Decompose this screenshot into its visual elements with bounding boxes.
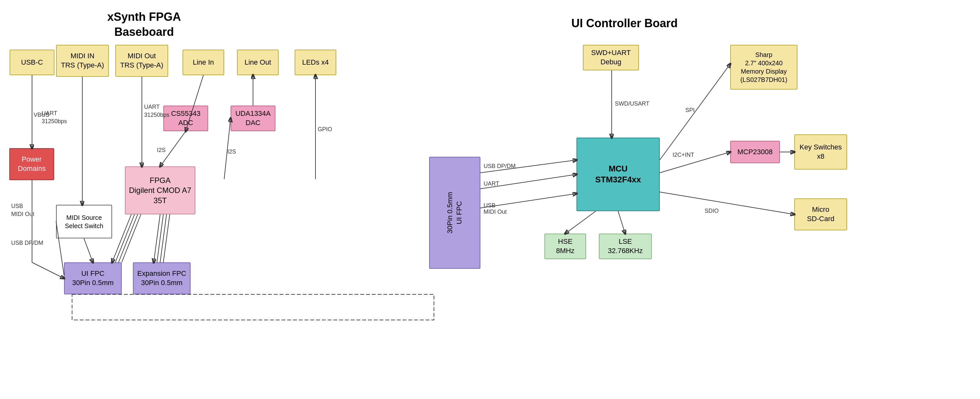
svg-text:SDIO: SDIO — [705, 207, 719, 214]
svg-line-27 — [154, 214, 160, 262]
block-midi-switch: MIDI SourceSelect Switch — [56, 205, 112, 238]
svg-line-28 — [157, 214, 163, 262]
svg-line-41 — [565, 211, 596, 234]
svg-text:USB DP/DM: USB DP/DM — [484, 163, 515, 169]
svg-line-34 — [660, 64, 730, 160]
svg-text:MIDI Out: MIDI Out — [11, 211, 34, 217]
svg-text:SWD/USART: SWD/USART — [615, 100, 649, 107]
block-uda1334a: UDA1334ADAC — [231, 106, 275, 131]
svg-line-26 — [122, 214, 141, 262]
svg-line-12 — [224, 119, 231, 179]
block-sharp-display: Sharp2.7" 400x240Memory Display(LS027B7D… — [730, 45, 797, 90]
right-title: UI Controller Board — [544, 16, 705, 31]
left-title: xSynth FPGABaseboard — [64, 10, 224, 40]
svg-text:USB: USB — [484, 202, 495, 209]
svg-text:VBUS: VBUS — [33, 112, 49, 118]
block-mcp23008: MCP23008 — [730, 141, 780, 163]
svg-line-36 — [660, 152, 730, 173]
block-key-switches: Key Switchesx8 — [794, 135, 847, 169]
block-fpga: FPGADigilent CMOD A735T — [125, 166, 196, 214]
svg-line-16 — [84, 238, 93, 262]
svg-line-42 — [618, 211, 625, 234]
svg-line-24 — [115, 214, 135, 262]
block-power-domains: PowerDomains — [9, 148, 54, 180]
svg-rect-31 — [72, 294, 434, 320]
svg-text:USB DP/DM: USB DP/DM — [11, 240, 43, 246]
svg-line-9 — [160, 131, 186, 166]
svg-text:UART: UART — [144, 104, 160, 110]
svg-text:UART: UART — [484, 180, 499, 187]
svg-text:I2S: I2S — [157, 147, 165, 153]
svg-line-47 — [480, 193, 576, 208]
block-midi-in: MIDI INTRS (Type-A) — [56, 45, 109, 77]
block-micro-sd: MicroSD-Card — [794, 198, 847, 230]
svg-line-30 — [163, 214, 170, 262]
svg-text:SPI: SPI — [686, 107, 695, 113]
svg-line-19 — [32, 262, 64, 279]
block-leds: LEDs x4 — [294, 50, 336, 75]
block-mcu: MCUSTM32F4xx — [576, 138, 660, 211]
svg-text:USB: USB — [11, 203, 23, 209]
svg-line-43 — [480, 160, 576, 173]
block-line-out: Line Out — [237, 50, 278, 75]
svg-text:31250bps: 31250bps — [41, 118, 67, 125]
block-usb-c: USB-C — [10, 50, 54, 75]
svg-text:I2S: I2S — [228, 149, 236, 155]
block-midi-out: MIDI OutTRS (Type-A) — [115, 45, 168, 77]
block-expansion-fpc: Expansion FPC30Pin 0.5mm — [133, 262, 191, 294]
block-cs55343: CS55343ADC — [163, 106, 208, 131]
block-line-in: Line In — [183, 50, 224, 75]
block-hse: HSE8MHz — [544, 234, 586, 259]
svg-line-39 — [660, 192, 794, 214]
block-ui-fpc-right: UI FPC30Pin 0.5mm — [429, 157, 480, 269]
svg-text:I2C+INT: I2C+INT — [673, 152, 694, 158]
diagram-container: xSynth FPGABaseboard UI Controller Board… — [0, 0, 980, 399]
svg-line-25 — [118, 214, 138, 262]
svg-line-29 — [160, 214, 167, 262]
svg-line-45 — [480, 174, 576, 189]
block-ui-fpc-left: UI FPC30Pin 0.5mm — [64, 262, 122, 294]
block-swd-uart: SWD+UARTDebug — [583, 45, 639, 70]
svg-text:MIDI Out: MIDI Out — [484, 209, 507, 215]
block-lse: LSE32.768KHz — [599, 234, 652, 259]
svg-text:UART: UART — [41, 110, 57, 116]
svg-line-23 — [112, 214, 131, 262]
svg-text:GPIO: GPIO — [318, 126, 332, 133]
